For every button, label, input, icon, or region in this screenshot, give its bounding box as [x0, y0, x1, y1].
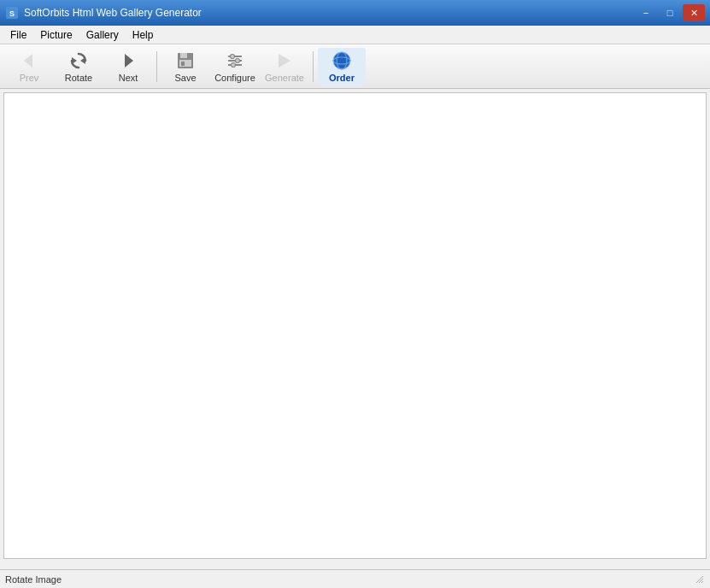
app-icon: S — [5, 6, 19, 20]
svg-marker-2 — [24, 54, 32, 68]
generate-button[interactable]: Generate — [261, 48, 308, 85]
prev-label: Prev — [20, 73, 39, 83]
maximize-button[interactable]: □ — [659, 4, 681, 21]
toolbar-separator-1 — [156, 51, 157, 82]
next-label: Next — [119, 73, 138, 83]
minimize-button[interactable]: − — [635, 4, 657, 21]
prev-icon — [19, 50, 39, 71]
save-icon — [175, 50, 196, 71]
next-icon — [118, 50, 138, 71]
menu-picture[interactable]: Picture — [33, 27, 79, 43]
svg-text:S: S — [9, 9, 15, 18]
rotate-button[interactable]: Rotate — [55, 48, 103, 85]
main-content-area — [3, 92, 707, 559]
statusbar: Rotate Image — [0, 569, 710, 588]
statusbar-text: Rotate Image — [5, 574, 695, 585]
titlebar: S SoftOrbits Html Web Gallery Generator … — [0, 0, 710, 26]
generate-icon — [274, 50, 295, 71]
generate-label: Generate — [265, 73, 304, 83]
window-title: SoftOrbits Html Web Gallery Generator — [24, 7, 635, 19]
svg-point-14 — [236, 58, 240, 62]
svg-marker-4 — [72, 57, 77, 64]
svg-line-23 — [701, 581, 703, 583]
menu-file[interactable]: File — [3, 27, 33, 43]
configure-button[interactable]: Configure — [211, 48, 259, 85]
menubar: File Picture Gallery Help — [0, 26, 710, 44]
resize-grip — [695, 574, 705, 585]
menu-help[interactable]: Help — [126, 27, 161, 43]
configure-label: Configure — [214, 73, 255, 83]
svg-marker-3 — [80, 57, 85, 64]
order-button[interactable]: Order — [318, 48, 366, 85]
svg-rect-9 — [181, 62, 185, 66]
configure-icon — [225, 50, 245, 71]
svg-marker-16 — [279, 54, 290, 68]
svg-marker-5 — [125, 54, 133, 68]
svg-rect-7 — [180, 53, 187, 58]
next-button[interactable]: Next — [104, 48, 152, 85]
save-button[interactable]: Save — [161, 48, 209, 85]
menu-gallery[interactable]: Gallery — [79, 27, 126, 43]
toolbar-separator-2 — [313, 51, 314, 82]
svg-point-13 — [231, 54, 235, 58]
close-button[interactable]: ✕ — [683, 4, 705, 21]
toolbar: Prev Rotate Next — [0, 44, 710, 89]
save-label: Save — [174, 73, 196, 83]
rotate-icon — [68, 50, 89, 71]
prev-button[interactable]: Prev — [5, 48, 53, 85]
window-controls: − □ ✕ — [635, 4, 705, 21]
svg-point-15 — [232, 62, 236, 67]
rotate-label: Rotate — [65, 73, 92, 83]
order-icon — [332, 50, 352, 71]
order-label: Order — [329, 73, 355, 83]
